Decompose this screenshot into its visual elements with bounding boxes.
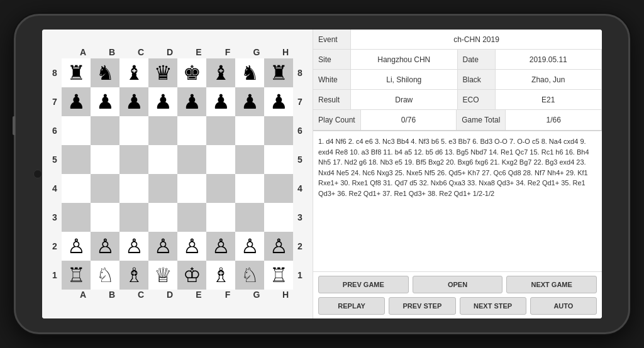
row-label-left-4: 4 [48, 183, 62, 193]
camera-icon [33, 170, 42, 178]
cell-3-D[interactable] [148, 203, 177, 232]
game-total-value: 1/66 [506, 110, 602, 130]
cell-7-F[interactable]: ♟ [206, 87, 235, 116]
cell-4-F[interactable] [206, 174, 235, 203]
cell-8-D[interactable]: ♛ [148, 58, 177, 87]
cell-8-G[interactable]: ♞ [235, 58, 264, 87]
cell-1-F[interactable]: ♗ [206, 261, 235, 290]
col-labels-bottom: ABCDEFGH [69, 290, 300, 300]
cell-5-F[interactable] [206, 145, 235, 174]
cell-6-E[interactable] [177, 116, 206, 145]
cell-2-G[interactable]: ♙ [235, 232, 264, 261]
cell-8-F[interactable]: ♝ [206, 58, 235, 87]
cell-4-C[interactable] [119, 174, 148, 203]
cell-5-E[interactable] [177, 145, 206, 174]
cell-7-H[interactable]: ♟ [264, 87, 293, 116]
chess-section: ABCDEFGH 8♜♞♝♛♚♝♞♜87♟♟♟♟♟♟♟♟7665544332♙♙… [42, 30, 313, 318]
row-label-left-5: 5 [48, 155, 62, 165]
cell-4-A[interactable] [62, 174, 91, 203]
board-row-4: 44 [48, 174, 307, 203]
cell-4-E[interactable] [177, 174, 206, 203]
cell-7-G[interactable]: ♟ [235, 87, 264, 116]
cell-4-B[interactable] [91, 174, 119, 203]
event-row: Event ch-CHN 2019 [313, 30, 602, 50]
phone-frame: ABCDEFGH 8♜♞♝♛♚♝♞♜87♟♟♟♟♟♟♟♟7665544332♙♙… [14, 14, 630, 334]
col-label-bottom-C: C [126, 290, 155, 300]
site-date-row: Site Hangzhou CHN Date 2019.05.11 [313, 50, 602, 70]
board-row-6: 66 [48, 116, 307, 145]
cell-2-E[interactable]: ♙ [177, 232, 206, 261]
cell-5-D[interactable] [148, 145, 177, 174]
cell-2-A[interactable]: ♙ [62, 232, 91, 261]
open-button[interactable]: OPEN [413, 276, 503, 293]
cell-1-H[interactable]: ♖ [264, 261, 293, 290]
cell-6-B[interactable] [91, 116, 119, 145]
row-label-right-2: 2 [293, 241, 307, 251]
cell-1-C[interactable]: ♗ [119, 261, 148, 290]
cell-7-D[interactable]: ♟ [148, 87, 177, 116]
cell-7-A[interactable]: ♟ [62, 87, 91, 116]
cell-5-G[interactable] [235, 145, 264, 174]
col-label-bottom-G: G [242, 290, 271, 300]
cell-6-H[interactable] [264, 116, 293, 145]
cell-2-F[interactable]: ♙ [206, 232, 235, 261]
cell-2-B[interactable]: ♙ [91, 232, 119, 261]
cell-1-G[interactable]: ♘ [235, 261, 264, 290]
cell-2-D[interactable]: ♙ [148, 232, 177, 261]
cell-8-C[interactable]: ♝ [119, 58, 148, 87]
cell-8-B[interactable]: ♞ [91, 58, 119, 87]
cell-1-D[interactable]: ♕ [148, 261, 177, 290]
cell-7-E[interactable]: ♟ [177, 87, 206, 116]
cell-3-H[interactable] [264, 203, 293, 232]
cell-8-H[interactable]: ♜ [264, 58, 293, 87]
cell-1-B[interactable]: ♘ [91, 261, 119, 290]
prev-game-button[interactable]: PREV GAME [318, 276, 409, 293]
row-label-left-7: 7 [48, 97, 62, 107]
col-label-H: H [271, 47, 300, 57]
black-label: Black [458, 70, 496, 89]
board-row-8: 8♜♞♝♛♚♝♞♜8 [48, 58, 307, 87]
next-step-button[interactable]: NEXT STEP [460, 297, 526, 315]
cell-2-H[interactable]: ♙ [264, 232, 293, 261]
cell-2-C[interactable]: ♙ [119, 232, 148, 261]
row-label-right-1: 1 [293, 270, 307, 280]
cell-5-C[interactable] [119, 145, 148, 174]
white-value: Li, Shilong [351, 70, 458, 89]
result-label: Result [313, 90, 351, 109]
play-count-row: Play Count 0/76 Game Total 1/66 [313, 110, 602, 130]
cell-8-A[interactable]: ♜ [62, 58, 91, 87]
cell-6-G[interactable] [235, 116, 264, 145]
cell-3-B[interactable] [91, 203, 119, 232]
white-black-row: White Li, Shilong Black Zhao, Jun [313, 70, 602, 90]
cell-6-F[interactable] [206, 116, 235, 145]
cell-1-E[interactable]: ♔ [177, 261, 206, 290]
row-label-left-8: 8 [48, 68, 62, 78]
cell-3-C[interactable] [119, 203, 148, 232]
cell-8-E[interactable]: ♚ [177, 58, 206, 87]
col-label-E: E [184, 47, 213, 57]
cell-1-A[interactable]: ♖ [62, 261, 91, 290]
col-label-bottom-E: E [184, 290, 213, 300]
cell-6-A[interactable] [62, 116, 91, 145]
next-game-button[interactable]: NEXT GAME [506, 276, 597, 293]
cell-3-F[interactable] [206, 203, 235, 232]
cell-7-C[interactable]: ♟ [119, 87, 148, 116]
cell-6-D[interactable] [148, 116, 177, 145]
auto-button[interactable]: AUTO [530, 297, 597, 315]
cell-4-G[interactable] [235, 174, 264, 203]
cell-5-H[interactable] [264, 145, 293, 174]
cell-4-D[interactable] [148, 174, 177, 203]
cell-3-A[interactable] [62, 203, 91, 232]
cell-4-H[interactable] [264, 174, 293, 203]
event-value: ch-CHN 2019 [351, 30, 602, 49]
col-label-bottom-D: D [155, 290, 184, 300]
prev-step-button[interactable]: PREV STEP [389, 297, 455, 315]
cell-6-C[interactable] [119, 116, 148, 145]
cell-3-E[interactable] [177, 203, 206, 232]
site-label: Site [313, 50, 351, 69]
cell-5-B[interactable] [91, 145, 119, 174]
cell-5-A[interactable] [62, 145, 91, 174]
replay-button[interactable]: REPLAY [318, 297, 385, 315]
cell-3-G[interactable] [235, 203, 264, 232]
cell-7-B[interactable]: ♟ [91, 87, 119, 116]
